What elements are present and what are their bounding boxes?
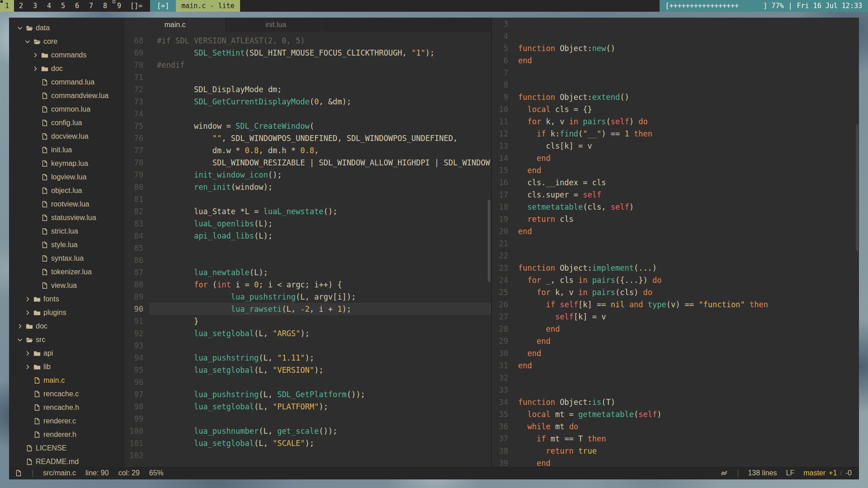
code-line[interactable]: 100 lua_pushnumber(L, get_scale()); [125, 425, 491, 437]
tag-2[interactable]: 2 [14, 0, 28, 12]
code-line[interactable]: 71 [125, 71, 491, 83]
code-line[interactable]: 21 [492, 237, 859, 249]
code-line[interactable]: 3 [492, 18, 859, 30]
code-line[interactable]: 68#if SDL_VERSION_ATLEAST(2, 0, 5) [125, 34, 491, 47]
tree-item-command.lua[interactable]: command.lua [9, 75, 125, 89]
tree-item-rencache.c[interactable]: rencache.c [9, 387, 125, 401]
code-line[interactable]: 81 [125, 193, 491, 205]
tag-9[interactable]: 9 [112, 0, 126, 12]
code-line[interactable]: 23function Object:implement(...) [492, 262, 859, 274]
tag-4[interactable]: 4 [42, 0, 56, 12]
tree-item-object.lua[interactable]: object.lua [9, 184, 125, 197]
code-line[interactable]: 5function Object:new() [492, 42, 859, 54]
tag-6[interactable]: 6 [70, 0, 84, 12]
tree-item-commandview.lua[interactable]: commandview.lua [9, 89, 125, 103]
code-line[interactable]: 26 if self[k] == nil and type(v) == "fun… [492, 298, 859, 310]
code-line[interactable]: 11 for k, v in pairs(self) do [492, 115, 859, 127]
code-line[interactable]: 28 end [492, 323, 859, 335]
tree-item-init.lua[interactable]: init.lua [9, 143, 125, 157]
tree-item-docview.lua[interactable]: docview.lua [9, 130, 125, 143]
code-line[interactable]: 102 [125, 449, 491, 461]
code-line[interactable]: 94 lua_pushstring(L, "1.11"); [125, 352, 491, 364]
code-line[interactable]: 70#endif [125, 59, 491, 71]
code-line[interactable]: 15 end [492, 164, 859, 176]
code-line[interactable]: 93 [125, 339, 491, 352]
code-line[interactable]: 80 ren_init(window); [125, 181, 491, 193]
code-line[interactable]: 22 [492, 249, 859, 262]
tree-item-renderer.c[interactable]: renderer.c [9, 414, 125, 428]
tree-item-core[interactable]: core [9, 35, 125, 48]
tree-item-doc[interactable]: doc [9, 319, 125, 333]
code-line[interactable]: 86 [125, 254, 491, 266]
code-line[interactable]: 69 SDL_SetHint(SDL_HINT_MOUSE_FOCUS_CLIC… [125, 47, 491, 59]
code-line[interactable]: 82 lua_State *L = luaL_newstate(); [125, 205, 491, 217]
tree-item-statusview.lua[interactable]: statusview.lua [9, 211, 125, 225]
code-line[interactable]: 31end [492, 359, 859, 371]
code-line[interactable]: 87 lua_newtable(L); [125, 266, 491, 278]
tag-3[interactable]: 3 [28, 0, 42, 12]
code-area-split[interactable]: 345function Object:new()6end789function … [492, 18, 859, 467]
tree-item-rencache.h[interactable]: rencache.h [9, 401, 125, 414]
code-area-main[interactable]: 68#if SDL_VERSION_ATLEAST(2, 0, 5)69 SDL… [125, 32, 491, 467]
tree-item-src[interactable]: src [9, 333, 125, 347]
code-line[interactable]: 33 [492, 384, 859, 396]
code-line[interactable]: 7 [492, 66, 859, 79]
code-line[interactable]: 29 end [492, 335, 859, 347]
code-line[interactable]: 72 SDL_DisplayMode dm; [125, 83, 491, 95]
code-line[interactable]: 18 setmetatable(cls, self) [492, 201, 859, 213]
code-line[interactable]: 92 lua_setglobal(L, "ARGS"); [125, 327, 491, 339]
code-line[interactable]: 20end [492, 225, 859, 237]
tree-item-LICENSE[interactable]: LICENSE [9, 441, 125, 455]
tree-item-fonts[interactable]: fonts [9, 292, 125, 306]
code-line[interactable]: 89 lua_pushstring(L, argv[i]); [125, 291, 491, 303]
code-line[interactable]: 16 cls.__index = cls [492, 176, 859, 188]
scrollbar-vertical-right[interactable] [856, 124, 859, 251]
code-line[interactable]: 39 end [492, 457, 859, 467]
code-line[interactable]: 85 [125, 242, 491, 254]
code-line[interactable]: 77 dm.w * 0.8, dm.h * 0.8, [125, 144, 491, 156]
tree-item-plugins[interactable]: plugins [9, 306, 125, 319]
tree-item-logview.lua[interactable]: logview.lua [9, 170, 125, 184]
code-line[interactable]: 88 for (int i = 0; i < argc; i++) { [125, 278, 491, 291]
tree-item-renderer.h[interactable]: renderer.h [9, 428, 125, 441]
code-line[interactable]: 78 SDL_WINDOW_RESIZABLE | SDL_WINDOW_ALL… [125, 156, 491, 169]
code-line[interactable]: 8 [492, 79, 859, 91]
code-line[interactable]: 34function Object:is(T) [492, 396, 859, 408]
code-line[interactable]: 95 lua_setglobal(L, "VERSION"); [125, 364, 491, 376]
tree-item-strict.lua[interactable]: strict.lua [9, 225, 125, 238]
tree-item-main.c[interactable]: main.c [9, 374, 125, 387]
code-line[interactable]: 4 [492, 30, 859, 42]
code-line[interactable]: 99 [125, 413, 491, 425]
code-line[interactable]: 6end [492, 54, 859, 66]
status-line[interactable]: line: 90 [85, 469, 109, 477]
code-line[interactable]: 84 api_load_libs(L); [125, 230, 491, 242]
code-line[interactable]: 79 init_window_icon(); [125, 169, 491, 181]
tree-item-data[interactable]: data [9, 21, 125, 35]
code-line[interactable]: 24 for _, cls in pairs({...}) do [492, 274, 859, 286]
code-line[interactable]: 75 window = SDL_CreateWindow( [125, 120, 491, 132]
tree-item-api[interactable]: api [9, 347, 125, 360]
tree-item-keymap.lua[interactable]: keymap.lua [9, 157, 125, 170]
code-line[interactable]: 98 lua_setglobal(L, "PLATFORM"); [125, 400, 491, 413]
code-line[interactable]: 12 if k:find("__") == 1 then [492, 127, 859, 140]
code-line[interactable]: 32 [492, 371, 859, 384]
tree-item-lib[interactable]: lib [9, 360, 125, 374]
tab-init.lua[interactable]: init.lua [226, 18, 326, 32]
tree-item-config.lua[interactable]: config.lua [9, 116, 125, 130]
code-line[interactable]: 101 lua_setglobal(L, "SCALE"); [125, 437, 491, 449]
code-line[interactable]: 91 } [125, 315, 491, 327]
code-line[interactable]: 37 if mt == T then [492, 432, 859, 445]
tree-item-rootview.lua[interactable]: rootview.lua [9, 197, 125, 211]
code-line[interactable]: 19 return cls [492, 213, 859, 225]
tree-item-tokenizer.lua[interactable]: tokenizer.lua [9, 265, 125, 279]
code-line[interactable]: 27 self[k] = v [492, 310, 859, 323]
tab-main.c[interactable]: main.c [125, 18, 226, 32]
code-line[interactable]: 14 end [492, 152, 859, 164]
layout-symbol[interactable]: []= [126, 0, 146, 12]
code-line[interactable]: 76 "", SDL_WINDOWPOS_UNDEFINED, SDL_WIND… [125, 132, 491, 144]
code-line[interactable]: 30 end [492, 347, 859, 359]
tree-item-README.md[interactable]: README.md [9, 455, 125, 467]
scrollbar-vertical-left[interactable] [488, 200, 491, 282]
code-line[interactable]: 74 [125, 108, 491, 120]
code-line[interactable]: 38 return true [492, 445, 859, 457]
